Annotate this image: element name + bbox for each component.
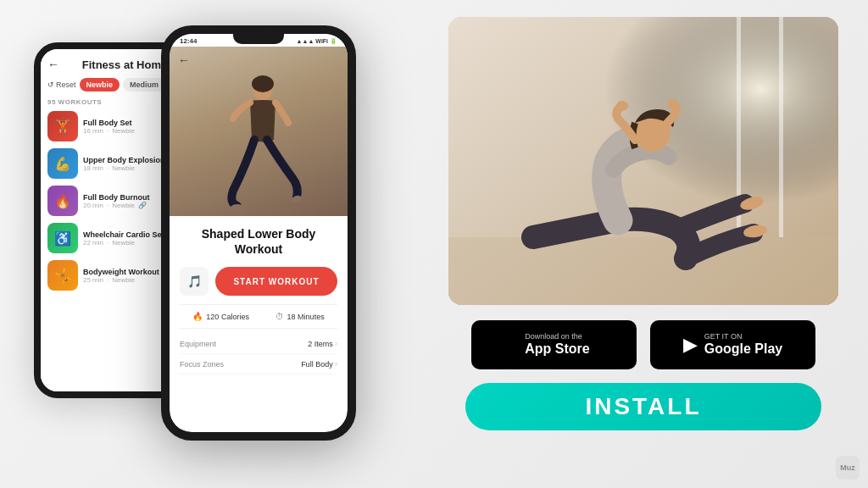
equipment-row[interactable]: Equipment 2 Items › (180, 334, 337, 354)
right-section: Download on the App Store ▶ GET IT ON Go… (419, 0, 868, 488)
svg-rect-6 (448, 237, 838, 305)
reset-filter[interactable]: ↺ Reset (47, 80, 76, 89)
svg-point-2 (231, 204, 244, 211)
photo-background (448, 17, 838, 305)
focus-row[interactable]: Focus Zones Full Body › (180, 354, 337, 374)
play-icon: ▶ (683, 334, 698, 356)
equipment-label: Equipment (180, 340, 216, 348)
google-play-text: GET IT ON Google Play (704, 333, 782, 357)
start-workout-button[interactable]: START WORKOUT (215, 267, 337, 296)
google-play-button[interactable]: ▶ GET IT ON Google Play (650, 320, 815, 369)
calories-stat: 🔥 120 Calories (192, 312, 249, 321)
workout-hero-image: ← (170, 47, 348, 216)
status-time: 12:44 (180, 37, 197, 45)
workout-detail-title: Shaped Lower Body Workout (180, 226, 337, 257)
workout-thumb: 🔥 (47, 186, 78, 216)
reset-icon: ↺ (47, 80, 54, 89)
equipment-value: 2 Items › (308, 339, 337, 348)
action-row: 🎵 START WORKOUT (180, 267, 337, 296)
phone-notch (233, 34, 284, 44)
workout-stats: 🔥 120 Calories ⏱ 18 Minutes (180, 304, 337, 329)
time-stat: ⏱ 18 Minutes (275, 312, 325, 321)
app-store-button[interactable]: Download on the App Store (471, 320, 637, 369)
install-label: INSTALL (585, 393, 701, 420)
focus-value: Full Body › (301, 359, 337, 369)
fitness-photo (448, 17, 838, 305)
google-play-sub: GET IT ON (704, 333, 782, 341)
back-arrow-icon: ← (47, 58, 59, 71)
app-store-sub: Download on the (525, 333, 589, 341)
status-icons: ▲▲▲ WiFi 🔋 (297, 38, 337, 45)
app-store-text: Download on the App Store (525, 333, 589, 357)
focus-label: Focus Zones (180, 360, 224, 369)
clock-icon: ⏱ (275, 312, 284, 321)
app-store-name: App Store (525, 341, 589, 357)
google-play-name: Google Play (704, 341, 782, 357)
hero-back-icon[interactable]: ← (178, 53, 190, 67)
workout-thumb: 🏋️ (47, 111, 78, 141)
store-buttons-row: Download on the App Store ▶ GET IT ON Go… (471, 320, 815, 369)
phone-showcase: ← Fitness at Home ↺ Reset Newbie Medium … (25, 17, 415, 474)
svg-rect-8 (779, 17, 783, 237)
phone-front: 12:44 ▲▲▲ WiFi 🔋 ← (161, 25, 356, 441)
workout-detail-card: Shaped Lower Body Workout 🎵 START WORKOU… (170, 216, 348, 381)
svg-point-12 (616, 101, 628, 111)
workout-thumb: ♿ (47, 223, 78, 253)
fire-icon: 🔥 (192, 312, 203, 321)
music-button[interactable]: 🎵 (180, 267, 209, 296)
medium-filter[interactable]: Medium (123, 78, 165, 92)
svg-point-1 (252, 75, 274, 92)
workout-thumb: 💪 (47, 148, 78, 179)
muz-badge: Muz (836, 456, 860, 480)
chevron-right-icon: › (335, 339, 337, 348)
install-button[interactable]: INSTALL (465, 383, 821, 430)
svg-point-13 (667, 99, 679, 109)
workout-thumb: 🤸 (47, 260, 78, 291)
chevron-right-icon: › (335, 359, 337, 369)
newbie-filter[interactable]: Newbie (80, 78, 120, 92)
app-title: Fitness at Home (82, 58, 167, 71)
